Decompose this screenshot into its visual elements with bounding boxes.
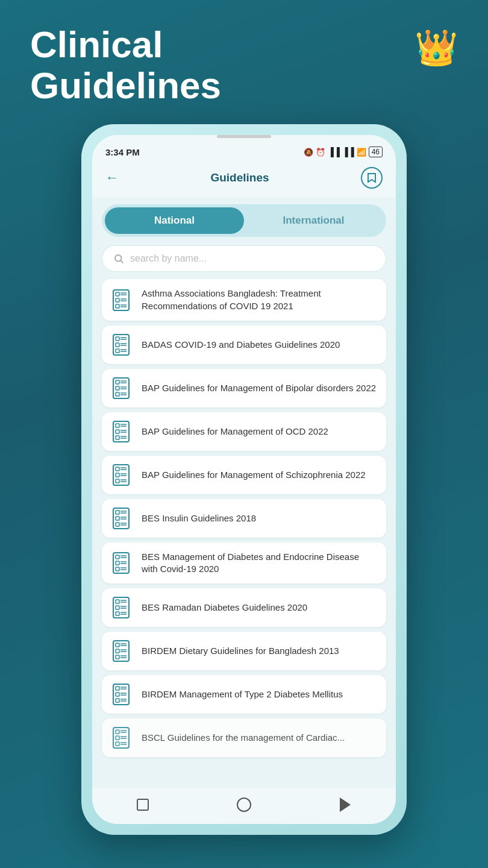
status-icons: 🔕 ⏰ ▐▐ ▐▐ 📶 46 bbox=[304, 146, 383, 157]
doc-icon bbox=[111, 464, 133, 486]
doc-icon bbox=[111, 552, 133, 574]
svg-rect-39 bbox=[116, 436, 119, 439]
back-button[interactable]: ← bbox=[105, 170, 119, 186]
doc-icon bbox=[111, 727, 133, 749]
list-item[interactable]: BES Management of Diabetes and Endocrine… bbox=[102, 542, 386, 584]
guideline-title: BSCL Guidelines for the management of Ca… bbox=[142, 732, 345, 744]
svg-rect-89 bbox=[116, 655, 119, 659]
status-time: 3:34 PM bbox=[105, 147, 140, 157]
svg-rect-33 bbox=[116, 424, 119, 427]
guideline-title: BAP Guidelines for Management of Bipolar… bbox=[142, 382, 376, 394]
svg-rect-53 bbox=[116, 511, 119, 514]
guideline-title: BAP Guidelines for Management of OCD 202… bbox=[142, 426, 328, 438]
svg-rect-3 bbox=[116, 292, 119, 296]
header-title: Guidelines bbox=[210, 171, 269, 184]
svg-rect-6 bbox=[116, 298, 119, 302]
doc-icon bbox=[111, 684, 133, 705]
guideline-title: BAP Guidelines for Management of Schizop… bbox=[142, 469, 366, 481]
svg-rect-49 bbox=[116, 479, 119, 483]
svg-rect-83 bbox=[116, 643, 119, 647]
nav-home-button[interactable] bbox=[236, 796, 252, 813]
content-area: National International search by name... bbox=[92, 197, 396, 788]
bookmark-button[interactable] bbox=[361, 167, 383, 189]
list-item[interactable]: BES Ramadan Diabetes Guidelines 2020 bbox=[102, 588, 386, 627]
bookmark-icon bbox=[367, 172, 377, 183]
svg-rect-66 bbox=[116, 561, 119, 565]
svg-rect-23 bbox=[116, 380, 119, 384]
search-bar[interactable]: search by name... bbox=[102, 245, 386, 272]
guideline-list: Asthma Associations Bangladesh: Treatmen… bbox=[102, 279, 386, 757]
square-icon bbox=[137, 799, 149, 811]
crown-icon: 👑 bbox=[414, 27, 458, 68]
list-item[interactable]: Asthma Associations Bangladesh: Treatmen… bbox=[102, 279, 386, 321]
guideline-title: BIRDEM Management of Type 2 Diabetes Mel… bbox=[142, 688, 343, 700]
phone-screen: 3:34 PM 🔕 ⏰ ▐▐ ▐▐ 📶 46 ← Guidelines bbox=[92, 135, 396, 824]
nav-square-button[interactable] bbox=[134, 796, 151, 813]
svg-rect-16 bbox=[116, 343, 119, 347]
wifi-icon: 📶 bbox=[357, 148, 366, 157]
svg-line-1 bbox=[120, 261, 122, 263]
svg-rect-86 bbox=[116, 649, 119, 653]
doc-icon bbox=[111, 597, 133, 618]
doc-icon bbox=[111, 289, 133, 311]
list-item[interactable]: BIRDEM Management of Type 2 Diabetes Mel… bbox=[102, 675, 386, 714]
list-item[interactable]: BAP Guidelines for Management of Bipolar… bbox=[102, 369, 386, 407]
svg-rect-106 bbox=[116, 736, 119, 740]
svg-rect-76 bbox=[116, 606, 119, 609]
tab-national[interactable]: National bbox=[105, 207, 244, 234]
alarm-icon: ⏰ bbox=[316, 148, 325, 157]
svg-rect-103 bbox=[116, 730, 119, 734]
list-item[interactable]: BADAS COVID-19 and Diabetes Guidelines 2… bbox=[102, 326, 386, 364]
triangle-icon bbox=[340, 797, 351, 812]
svg-rect-19 bbox=[116, 349, 119, 353]
svg-rect-99 bbox=[116, 699, 119, 702]
notch-bar bbox=[92, 135, 396, 140]
svg-rect-43 bbox=[116, 467, 119, 471]
list-item[interactable]: BAP Guidelines for Management of OCD 202… bbox=[102, 412, 386, 451]
doc-icon bbox=[111, 334, 133, 356]
guideline-title: BES Management of Diabetes and Endocrine… bbox=[142, 551, 377, 576]
guideline-title: Asthma Associations Bangladesh: Treatmen… bbox=[142, 288, 377, 312]
svg-rect-46 bbox=[116, 473, 119, 477]
doc-icon bbox=[111, 421, 133, 442]
svg-rect-96 bbox=[116, 693, 119, 696]
svg-rect-93 bbox=[116, 687, 119, 690]
bottom-nav bbox=[92, 788, 396, 824]
notch-pill bbox=[217, 135, 271, 138]
list-item[interactable]: BES Insulin Guidelines 2018 bbox=[102, 499, 386, 538]
phone-mockup: 3:34 PM 🔕 ⏰ ▐▐ ▐▐ 📶 46 ← Guidelines bbox=[81, 124, 407, 835]
status-bar: 3:34 PM 🔕 ⏰ ▐▐ ▐▐ 📶 46 bbox=[92, 140, 396, 161]
page-title: Clinical Guidelines bbox=[30, 24, 221, 106]
guideline-title: BADAS COVID-19 and Diabetes Guidelines 2… bbox=[142, 339, 340, 351]
search-icon bbox=[113, 253, 124, 264]
svg-rect-73 bbox=[116, 600, 119, 603]
signal-icon: ▐▐ ▐▐ bbox=[328, 147, 354, 157]
svg-rect-69 bbox=[116, 567, 119, 571]
svg-rect-109 bbox=[116, 742, 119, 746]
svg-rect-29 bbox=[116, 392, 119, 396]
page-header: Clinical Guidelines 👑 bbox=[0, 0, 488, 118]
list-item[interactable]: BAP Guidelines for Management of Schizop… bbox=[102, 456, 386, 494]
tab-international[interactable]: International bbox=[244, 207, 383, 234]
doc-icon bbox=[111, 508, 133, 529]
svg-rect-9 bbox=[116, 304, 119, 308]
svg-rect-13 bbox=[116, 337, 119, 341]
guideline-title: BES Ramadan Diabetes Guidelines 2020 bbox=[142, 602, 307, 614]
svg-rect-36 bbox=[116, 430, 119, 433]
circle-icon bbox=[237, 797, 251, 812]
battery-icon: 46 bbox=[369, 146, 383, 157]
search-input[interactable]: search by name... bbox=[130, 253, 207, 264]
svg-rect-59 bbox=[116, 523, 119, 526]
svg-rect-79 bbox=[116, 612, 119, 615]
list-item[interactable]: BSCL Guidelines for the management of Ca… bbox=[102, 719, 386, 757]
doc-icon bbox=[111, 640, 133, 662]
guideline-title: BES Insulin Guidelines 2018 bbox=[142, 512, 256, 524]
svg-rect-63 bbox=[116, 555, 119, 559]
list-item[interactable]: BIRDEM Dietary Guidelines for Bangladesh… bbox=[102, 632, 386, 670]
svg-rect-56 bbox=[116, 517, 119, 520]
doc-icon bbox=[111, 377, 133, 399]
nav-back-button[interactable] bbox=[337, 796, 354, 813]
mute-icon: 🔕 bbox=[304, 148, 313, 157]
guideline-title: BIRDEM Dietary Guidelines for Bangladesh… bbox=[142, 645, 339, 657]
svg-rect-26 bbox=[116, 386, 119, 390]
